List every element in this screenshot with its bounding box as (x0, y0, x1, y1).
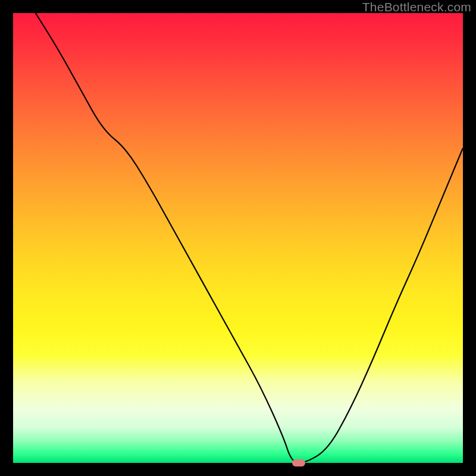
optimum-marker (292, 459, 305, 466)
bottleneck-curve (13, 13, 463, 463)
plot-area (13, 13, 463, 463)
watermark-text: TheBottleneck.com (362, 0, 471, 14)
chart-frame: TheBottleneck.com (0, 0, 476, 476)
